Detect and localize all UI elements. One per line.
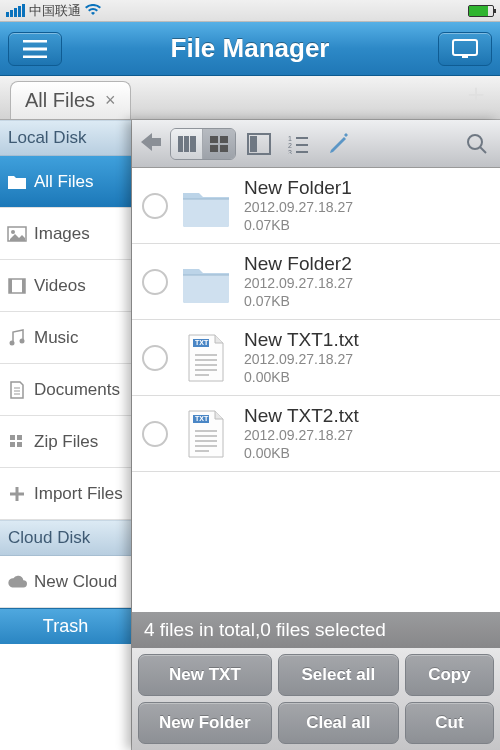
tab-all-files[interactable]: All Files ×: [10, 81, 131, 119]
sidebar-item-label: Music: [34, 328, 78, 348]
document-icon: [6, 379, 28, 401]
toolbar: 123: [132, 120, 500, 168]
select-all-button[interactable]: Select all: [278, 654, 399, 696]
status-line: 4 files in total,0 files selected: [132, 612, 500, 648]
folder-icon: [6, 171, 28, 193]
file-date: 2012.09.27.18.27: [244, 275, 353, 293]
back-icon[interactable]: [138, 130, 164, 158]
file-row[interactable]: New Folder12012.09.27.18.270.07KB: [132, 168, 500, 244]
sidebar-item-music[interactable]: Music: [0, 312, 131, 364]
file-size: 0.00KB: [244, 369, 359, 387]
svg-rect-0: [453, 40, 477, 55]
checkbox[interactable]: [142, 193, 168, 219]
wifi-icon: [85, 3, 101, 19]
image-icon: [6, 223, 28, 245]
file-row[interactable]: TXTNew TXT2.txt2012.09.27.18.270.00KB: [132, 396, 500, 472]
new-txt-button[interactable]: New TXT: [138, 654, 272, 696]
copy-button[interactable]: Copy: [405, 654, 494, 696]
view-grid-icon[interactable]: [203, 129, 235, 159]
svg-rect-15: [210, 136, 218, 143]
sidebar-item-videos[interactable]: Videos: [0, 260, 131, 312]
svg-point-6: [10, 340, 15, 345]
sidebar-section-cloud: Cloud Disk: [0, 520, 131, 556]
sidebar-item-label: Videos: [34, 276, 86, 296]
file-date: 2012.09.27.18.27: [244, 351, 359, 369]
folder-icon: [178, 178, 234, 234]
cut-button[interactable]: Cut: [405, 702, 494, 744]
menu-button[interactable]: [8, 32, 62, 66]
sidebar-item-zip[interactable]: Zip Files: [0, 416, 131, 468]
svg-text:2: 2: [288, 142, 292, 149]
sidebar: Local Disk All Files Images Videos Music…: [0, 120, 132, 750]
sidebar-item-label: Zip Files: [34, 432, 98, 452]
sidebar-item-all-files[interactable]: All Files: [0, 156, 131, 208]
svg-point-24: [468, 135, 482, 149]
checkbox[interactable]: [142, 421, 168, 447]
sidebar-item-label: All Files: [34, 172, 94, 192]
svg-rect-9: [17, 435, 22, 440]
action-toolbar: New TXT Select all Copy New Folder Cleal…: [132, 648, 500, 750]
new-folder-button[interactable]: New Folder: [138, 702, 272, 744]
svg-rect-13: [184, 136, 189, 152]
svg-rect-18: [220, 145, 228, 152]
sidebar-item-import[interactable]: Import Files: [0, 468, 131, 520]
file-name: New Folder1: [244, 177, 353, 199]
layout-icon[interactable]: [242, 127, 276, 161]
add-tab-button[interactable]: ＋: [462, 75, 490, 113]
svg-rect-20: [250, 136, 257, 152]
sidebar-item-documents[interactable]: Documents: [0, 364, 131, 416]
file-row[interactable]: New Folder22012.09.27.18.270.07KB: [132, 244, 500, 320]
svg-rect-12: [178, 136, 183, 152]
carrier-label: 中国联通: [29, 2, 81, 20]
file-list: New Folder12012.09.27.18.270.07KBNew Fol…: [132, 168, 500, 612]
svg-rect-8: [10, 435, 15, 440]
folder-icon: [178, 254, 234, 310]
svg-rect-5: [22, 279, 25, 293]
search-icon[interactable]: [460, 127, 494, 161]
checkbox[interactable]: [142, 345, 168, 371]
sidebar-item-label: Images: [34, 224, 90, 244]
svg-point-2: [11, 230, 15, 234]
display-button[interactable]: [438, 32, 492, 66]
txt-file-icon: TXT: [178, 406, 234, 462]
app-header: File Manager: [0, 22, 500, 76]
file-name: New TXT2.txt: [244, 405, 359, 427]
file-name: New TXT1.txt: [244, 329, 359, 351]
edit-icon[interactable]: [322, 127, 356, 161]
sort-icon[interactable]: 123: [282, 127, 316, 161]
svg-rect-10: [10, 442, 15, 447]
sidebar-item-label: New Cloud: [34, 572, 117, 592]
svg-rect-16: [220, 136, 228, 143]
view-segmented[interactable]: [170, 128, 236, 160]
clear-all-button[interactable]: Cleal all: [278, 702, 399, 744]
tab-label: All Files: [25, 89, 95, 112]
checkbox[interactable]: [142, 269, 168, 295]
file-date: 2012.09.27.18.27: [244, 199, 353, 217]
signal-icon: [6, 4, 25, 17]
sidebar-item-images[interactable]: Images: [0, 208, 131, 260]
music-icon: [6, 327, 28, 349]
svg-rect-17: [210, 145, 218, 152]
close-icon[interactable]: ×: [105, 90, 116, 111]
sidebar-item-label: Import Files: [34, 484, 123, 504]
svg-text:TXT: TXT: [195, 339, 209, 346]
svg-rect-11: [17, 442, 22, 447]
main-pane: 123 New Folder12012.09.27.18.270.07KBNew…: [132, 120, 500, 750]
file-name: New Folder2: [244, 253, 353, 275]
file-row[interactable]: TXTNew TXT1.txt2012.09.27.18.270.00KB: [132, 320, 500, 396]
sidebar-item-new-cloud[interactable]: New Cloud: [0, 556, 131, 608]
svg-text:1: 1: [288, 135, 292, 142]
txt-file-icon: TXT: [178, 330, 234, 386]
status-bar: 中国联通: [0, 0, 500, 22]
file-size: 0.07KB: [244, 293, 353, 311]
file-size: 0.00KB: [244, 445, 359, 463]
svg-rect-4: [9, 279, 12, 293]
zip-icon: [6, 431, 28, 453]
plus-icon: [6, 483, 28, 505]
view-columns-icon[interactable]: [171, 129, 203, 159]
cloud-icon: [6, 571, 28, 593]
sidebar-section-local: Local Disk: [0, 120, 131, 156]
sidebar-trash[interactable]: Trash: [0, 608, 131, 644]
file-size: 0.07KB: [244, 217, 353, 235]
svg-rect-14: [190, 136, 196, 152]
